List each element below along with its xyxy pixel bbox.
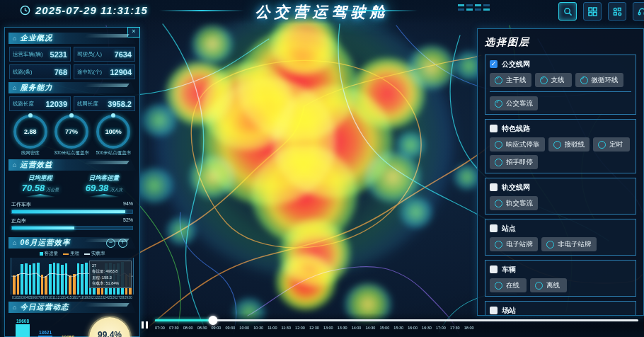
- section-header: ⌂ 今日运营动态: [8, 302, 136, 313]
- gauge-label: 300米站点覆盖率: [54, 150, 89, 156]
- layer-button-label: 支线: [551, 76, 565, 85]
- layer-button-label: 响应式停靠: [506, 140, 540, 149]
- layer-button[interactable]: 离线: [530, 278, 567, 292]
- shift-bar: 10958: [61, 316, 75, 337]
- stat-value: 3958.2: [108, 100, 132, 108]
- heatmap-blob: [142, 104, 177, 137]
- layer-button[interactable]: 招手即停: [490, 155, 538, 169]
- layer-group-header[interactable]: 场站: [490, 305, 631, 316]
- legend-label: 里程: [70, 251, 79, 257]
- section-header: ⌂ 企业概况: [8, 33, 136, 44]
- layer-group: 站点电子站牌非电子站牌: [485, 219, 636, 256]
- top-header: 2025-07-29 11:31:15 公交营运驾驶舱: [0, 0, 644, 24]
- stat-value: 5231: [50, 50, 67, 59]
- headset-button[interactable]: [633, 2, 644, 21]
- shift-bar: 19608: [16, 316, 30, 337]
- time-tick: 18:00: [464, 326, 474, 330]
- layer-checkbox[interactable]: [490, 183, 498, 191]
- stat-value: 12904: [110, 68, 132, 76]
- kpi-label: 日均里程: [28, 174, 52, 183]
- layer-checkbox[interactable]: [490, 307, 498, 314]
- search-button[interactable]: [558, 2, 577, 21]
- layer-group-header[interactable]: 站点: [490, 223, 631, 234]
- apps-button[interactable]: [608, 2, 626, 21]
- circle-icon: [495, 241, 502, 249]
- heatmap-blob: [166, 217, 196, 245]
- section-header: ⌂ 服务能力: [8, 82, 136, 93]
- time-tick: 11:30: [282, 326, 291, 330]
- progress-row: 正点率52%: [11, 217, 133, 224]
- layer-group-label: 轨交线网: [502, 183, 530, 193]
- completion-value: 99.4%: [98, 330, 122, 337]
- legend-label: 客运量: [45, 251, 59, 257]
- enterprise-stats: 运营车辆(辆)5231驾驶员(人)7634线路(条)768途中站(个)12904: [8, 44, 136, 80]
- layer-group-header[interactable]: 公交线网: [490, 59, 631, 69]
- grid-button[interactable]: [583, 2, 602, 21]
- expand-button[interactable]: +: [118, 239, 127, 248]
- progress-track: [11, 210, 133, 214]
- layer-button[interactable]: 公交客流: [490, 96, 538, 110]
- layer-button[interactable]: 非电子站牌: [541, 237, 597, 251]
- layer-items: 轨交客流: [490, 196, 631, 210]
- layer-group-header[interactable]: 特色线路: [490, 123, 631, 134]
- today-shift-chart: 196081362110958 当日计划班次当日已发班次当日完成班次 99.4%…: [8, 313, 136, 337]
- time-tick: 09:00: [212, 326, 222, 330]
- stat-box: 线网长度3958.2: [74, 96, 135, 111]
- progress-value: 52%: [123, 217, 133, 224]
- legend-label: 实载率: [91, 251, 105, 257]
- chart-plot-area[interactable]: 27客运量: 4963.8里程: 198.3实载率: 51.84%: [11, 258, 134, 295]
- layer-group: 轨交线网轨交客流: [485, 178, 636, 215]
- progress-label: 工作车率: [11, 201, 31, 208]
- layer-checkbox[interactable]: [490, 60, 498, 68]
- heatmap-blob: [276, 253, 336, 310]
- kpi-value: 69.38万人次: [86, 183, 123, 193]
- layer-button[interactable]: 主干线: [490, 73, 531, 87]
- section-today: ⌂ 今日运营动态 196081362110958 当日计划班次当日已发班次当日完…: [8, 302, 136, 337]
- section-title: 今日运营动态: [20, 302, 69, 312]
- time-tick: 15:00: [379, 326, 389, 330]
- benefit-kpis: 日均里程70.58万公里日均客运量69.38万人次: [8, 171, 136, 199]
- layer-button[interactable]: 在线: [490, 278, 527, 292]
- layer-button[interactable]: 轨交客流: [490, 196, 538, 210]
- check-circle-icon: [495, 76, 502, 84]
- layer-group-header[interactable]: 轨交线网: [490, 182, 631, 193]
- layer-button-label: 在线: [506, 281, 519, 290]
- time-tick: 13:30: [338, 326, 347, 330]
- benefit-progress-bars: 工作车率94%正点率52%: [8, 199, 136, 235]
- layer-button[interactable]: 支线: [535, 73, 572, 87]
- section-benefit: ⌂ 运营效益 日均里程70.58万公里日均客运量69.38万人次 工作车率94%…: [8, 159, 136, 235]
- section-title: 06月运营效率: [20, 238, 70, 248]
- layer-divider: [490, 91, 631, 92]
- apps-icon: [613, 7, 622, 16]
- layer-checkbox[interactable]: [490, 224, 498, 232]
- time-tick: 08:30: [197, 326, 207, 330]
- layer-button[interactable]: 微循环线: [575, 73, 623, 87]
- time-slider-bar: 07:0007:3008:0008:3009:0009:3010:0010:30…: [142, 315, 638, 332]
- title-decoration-right: [333, 10, 418, 11]
- circle-icon: [546, 241, 554, 249]
- chart-tooltip: 27客运量: 4963.8里程: 198.3实载率: 51.84%: [89, 261, 132, 288]
- collapse-button[interactable]: −: [106, 239, 115, 248]
- layer-button[interactable]: 接驳线: [548, 137, 590, 152]
- layer-checkbox[interactable]: [490, 265, 498, 273]
- layer-button-label: 接驳线: [565, 140, 585, 149]
- gauge-ring: 100%: [96, 115, 130, 149]
- slider-track[interactable]: [155, 319, 638, 321]
- service-stats: 线路长度12039线网长度3958.2: [8, 93, 136, 111]
- layer-button[interactable]: 响应式停靠: [490, 137, 545, 152]
- stat-box: 线路(条)768: [9, 64, 71, 79]
- layer-button[interactable]: 电子站牌: [490, 237, 538, 251]
- section-title: 运营效益: [20, 160, 52, 170]
- section-header: ⌂ 运营效益: [8, 159, 136, 171]
- section-title: 服务能力: [20, 83, 52, 93]
- layer-button[interactable]: 定时: [593, 137, 630, 152]
- pause-button[interactable]: [142, 315, 148, 332]
- slider-handle[interactable]: [208, 316, 217, 325]
- layer-button-label: 招手即停: [506, 158, 533, 167]
- layer-checkbox[interactable]: [490, 125, 498, 132]
- layer-group-header[interactable]: 车辆: [490, 264, 631, 275]
- time-tick: 14:00: [352, 326, 362, 330]
- kpi-unit: 万人次: [110, 188, 122, 192]
- heatmap-blob: [400, 197, 432, 228]
- time-labels: 07:0007:3008:0008:3009:0009:3010:0010:30…: [155, 326, 474, 330]
